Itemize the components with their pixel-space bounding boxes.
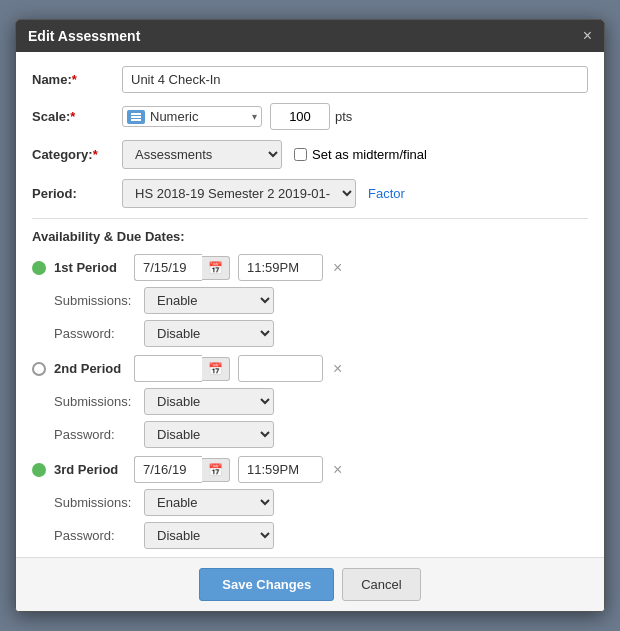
period-2-submissions-row: Submissions: Disable Enable — [32, 388, 588, 415]
save-button[interactable]: Save Changes — [199, 568, 334, 601]
period-3-date-wrap: 📅 — [134, 456, 230, 483]
period-3-header: 3rd Period 📅 × — [32, 456, 588, 483]
period-2-dot — [32, 362, 46, 376]
period-1-submissions-label: Submissions: — [54, 293, 144, 308]
period-block-1: 1st Period 📅 × Submissions: Enable Disab… — [32, 254, 588, 347]
midterm-checkbox[interactable] — [294, 148, 307, 161]
period-3-name: 3rd Period — [54, 462, 134, 477]
period-select[interactable]: HS 2018-19 Semester 2 2019-01- — [122, 179, 356, 208]
period-1-password-select[interactable]: Disable Enable — [144, 320, 274, 347]
period-1-date-area: 📅 × — [134, 254, 588, 281]
period-3-remove-button[interactable]: × — [329, 461, 346, 479]
period-3-cal-button[interactable]: 📅 — [202, 458, 230, 482]
cancel-button[interactable]: Cancel — [342, 568, 420, 601]
period-1-header: 1st Period 📅 × — [32, 254, 588, 281]
period-1-date-wrap: 📅 — [134, 254, 230, 281]
category-select[interactable]: Assessments Homework Quiz Test — [122, 140, 282, 169]
period-2-name: 2nd Period — [54, 361, 134, 376]
period-3-password-label: Password: — [54, 528, 144, 543]
period-1-time-input[interactable] — [238, 254, 323, 281]
period-1-password-row: Password: Disable Enable — [32, 320, 588, 347]
scale-label: Scale:* — [32, 109, 122, 124]
name-input[interactable] — [122, 66, 588, 93]
modal-header: Edit Assessment × — [16, 20, 604, 52]
midterm-label: Set as midterm/final — [312, 147, 427, 162]
period-2-time-input[interactable] — [238, 355, 323, 382]
factor-link[interactable]: Factor — [368, 186, 405, 201]
period-2-password-select[interactable]: Disable Enable — [144, 421, 274, 448]
period-3-submissions-row: Submissions: Enable Disable — [32, 489, 588, 516]
period-2-password-row: Password: Disable Enable — [32, 421, 588, 448]
period-1-submissions-row: Submissions: Enable Disable — [32, 287, 588, 314]
period-3-submissions-label: Submissions: — [54, 495, 144, 510]
period-3-date-input[interactable] — [134, 456, 202, 483]
category-row: Category:* Assessments Homework Quiz Tes… — [32, 140, 588, 169]
name-label: Name:* — [32, 72, 122, 87]
period-2-date-input[interactable] — [134, 355, 202, 382]
period-3-date-area: 📅 × — [134, 456, 588, 483]
period-1-submissions-select[interactable]: Enable Disable — [144, 287, 274, 314]
period-block-3: 3rd Period 📅 × Submissions: Enable Disab… — [32, 456, 588, 549]
modal-body: Name:* Scale:* Numeric Letter Grade Perc… — [16, 52, 604, 549]
period-1-dot — [32, 261, 46, 275]
period-3-dot — [32, 463, 46, 477]
period-3-submissions-select[interactable]: Enable Disable — [144, 489, 274, 516]
period-2-remove-button[interactable]: × — [329, 360, 346, 378]
period-3-password-select[interactable]: Disable Enable — [144, 522, 274, 549]
period-2-submissions-label: Submissions: — [54, 394, 144, 409]
period-1-date-input[interactable] — [134, 254, 202, 281]
pts-label: pts — [335, 109, 352, 124]
availability-title: Availability & Due Dates: — [32, 229, 588, 244]
period-label: Period: — [32, 186, 122, 201]
period-block-2: 2nd Period 📅 × Submissions: Disable Enab… — [32, 355, 588, 448]
period-2-cal-button[interactable]: 📅 — [202, 357, 230, 381]
name-row: Name:* — [32, 66, 588, 93]
scale-row: Scale:* Numeric Letter Grade Percentage … — [32, 103, 588, 130]
period-2-password-label: Password: — [54, 427, 144, 442]
midterm-wrap: Set as midterm/final — [294, 147, 427, 162]
scale-select-wrap[interactable]: Numeric Letter Grade Percentage ▾ — [122, 106, 262, 127]
edit-assessment-modal: Edit Assessment × Name:* Scale:* Numeric… — [15, 19, 605, 612]
period-1-remove-button[interactable]: × — [329, 259, 346, 277]
period-2-date-wrap: 📅 — [134, 355, 230, 382]
period-1-name: 1st Period — [54, 260, 134, 275]
period-3-time-input[interactable] — [238, 456, 323, 483]
period-1-cal-button[interactable]: 📅 — [202, 256, 230, 280]
close-button[interactable]: × — [583, 28, 592, 44]
period-1-password-label: Password: — [54, 326, 144, 341]
period-2-header: 2nd Period 📅 × — [32, 355, 588, 382]
period-3-password-row: Password: Disable Enable — [32, 522, 588, 549]
scale-select[interactable]: Numeric Letter Grade Percentage — [150, 109, 248, 124]
period-row: Period: HS 2018-19 Semester 2 2019-01- F… — [32, 179, 588, 208]
scale-select-arrow: ▾ — [252, 111, 257, 122]
divider — [32, 218, 588, 219]
modal-title: Edit Assessment — [28, 28, 140, 44]
category-label: Category:* — [32, 147, 122, 162]
period-2-date-area: 📅 × — [134, 355, 588, 382]
pts-input[interactable] — [270, 103, 330, 130]
period-2-submissions-select[interactable]: Disable Enable — [144, 388, 274, 415]
scale-icon — [127, 110, 145, 124]
modal-footer: Save Changes Cancel — [16, 557, 604, 611]
